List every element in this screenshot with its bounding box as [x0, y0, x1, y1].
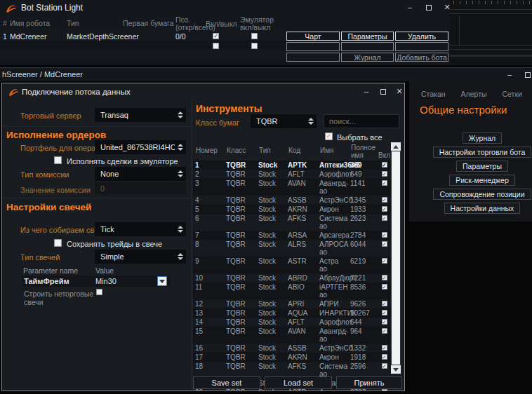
tab-Алерты[interactable]: Алерты [456, 88, 492, 100]
instrument-row[interactable]: 17TQBRStockAKRNАкрон1918 [193, 353, 391, 362]
maximize-icon[interactable] [378, 86, 389, 97]
instrument-row[interactable]: 15TQBRStockAVANАвангрд-ао964 [193, 327, 391, 344]
maximize-icon[interactable] [423, 2, 434, 13]
close-icon[interactable]: ✕ [441, 2, 453, 13]
emulator-trades-checkbox[interactable] [54, 156, 62, 164]
settings-button[interactable]: Журнал [463, 133, 502, 144]
cell-code: ARSA [286, 231, 317, 239]
scroll-down-icon[interactable] [391, 365, 401, 374]
instrument-enabled-checkbox[interactable] [382, 319, 387, 325]
tab-Стакан[interactable]: Стакан [416, 88, 451, 100]
accept-button[interactable]: Принять [336, 376, 402, 389]
maximize-icon[interactable] [522, 69, 532, 81]
instrument-enabled-checkbox[interactable] [382, 171, 387, 177]
candle-type-combobox[interactable]: Simple [95, 250, 186, 264]
spinner-icon[interactable] [175, 140, 186, 154]
instrument-enabled-checkbox[interactable] [382, 241, 387, 247]
table-row[interactable] [0, 41, 286, 50]
settings-button[interactable]: Риск-менеджер [449, 175, 515, 186]
tab-Сетки[interactable]: Сетки [498, 88, 527, 100]
cell-type: Stock [256, 257, 286, 265]
spinner-icon[interactable] [175, 167, 186, 181]
instrument-enabled-checkbox[interactable] [382, 363, 387, 369]
instrument-enabled-checkbox[interactable] [382, 275, 387, 280]
instrument-enabled-checkbox[interactable] [382, 310, 387, 315]
instrument-enabled-checkbox[interactable] [382, 206, 387, 212]
portfolio-combobox[interactable]: United_867538RI4HC [95, 140, 186, 154]
emulator-checkbox[interactable] [251, 33, 258, 39]
instrument-row[interactable]: 3TQBRStockAVANАвангрд-ао1141 [193, 179, 391, 196]
commission-type-combobox[interactable]: None [95, 167, 186, 181]
cell-num: 15 [193, 327, 224, 335]
chart-button[interactable]: Чарт [286, 32, 340, 41]
spinner-icon[interactable] [305, 114, 317, 128]
minimize-icon[interactable]: – [361, 86, 372, 97]
instrument-enabled-checkbox[interactable] [382, 197, 387, 203]
instrument-row[interactable]: 5TQBRStockAKRNАкрон1933 [193, 205, 391, 214]
settings-button[interactable]: Параметры [456, 161, 508, 172]
instrument-enabled-checkbox[interactable] [382, 180, 387, 186]
instrument-enabled-checkbox[interactable] [382, 232, 387, 238]
instrument-row[interactable]: 11TQBRStockABIOiАРТГЕН ао8536 [193, 283, 391, 299]
instrument-row[interactable]: 6TQBRStockAFKSСистема ао2623 [193, 214, 391, 231]
instrument-row[interactable]: 9TQBRStockASTRАстра ао6219 [193, 257, 391, 273]
add-bot-button[interactable]: Добавить бота [395, 53, 448, 62]
spinner-icon[interactable] [175, 250, 186, 264]
instrument-row[interactable]: 12TQBRStockAPRIАПРИ9626 [193, 299, 391, 308]
cell-full: 7221 [348, 274, 378, 282]
instrument-enabled-checkbox[interactable] [382, 258, 387, 264]
delete-button[interactable]: Удалить [395, 32, 448, 41]
instrument-enabled-checkbox[interactable] [382, 328, 387, 334]
instrument-enabled-checkbox[interactable] [382, 301, 387, 306]
enabled-checkbox[interactable] [213, 33, 219, 39]
enabled-checkbox[interactable] [213, 43, 219, 49]
table-scrollbar[interactable] [391, 142, 401, 374]
col-header-enabled: Вкл [378, 151, 390, 159]
save-set-button[interactable]: Save set [193, 376, 260, 389]
load-set-button[interactable]: Load set [265, 376, 332, 389]
settings-button[interactable]: Настройки данных [444, 203, 521, 214]
instrument-enabled-checkbox[interactable] [382, 284, 387, 290]
params-button[interactable]: Параметры [341, 32, 394, 41]
settings-button[interactable]: Настройки торговли бота [433, 147, 532, 158]
close-icon[interactable]: ✕ [394, 86, 405, 97]
dropdown-icon[interactable] [157, 276, 167, 286]
save-trades-checkbox[interactable] [54, 239, 62, 247]
scroll-up-icon[interactable] [391, 142, 401, 151]
non-trading-checkbox[interactable] [96, 289, 102, 295]
instrument-enabled-checkbox[interactable] [382, 345, 387, 351]
instrument-row[interactable]: 14TQBRStockAFLTАэрофлот644 [193, 318, 391, 327]
emulator-checkbox[interactable] [251, 43, 258, 49]
instrument-row[interactable]: 16TQBRStockASSBАстрЭнСб1332 [193, 344, 391, 353]
trade-server-combobox[interactable]: Transaq [95, 108, 186, 122]
instrument-enabled-checkbox[interactable] [382, 354, 387, 360]
minimize-icon[interactable]: – [404, 2, 415, 13]
instrument-row[interactable]: 4TQBRStockASSBАстрЭнСб1345 [193, 196, 391, 205]
instrument-row[interactable]: 7TQBRStockARSAАрсагера2784 [193, 231, 391, 240]
bot-station-titlebar[interactable]: Bot Station Light – ✕ [0, 0, 450, 15]
commission-value-input[interactable]: 0 [95, 182, 186, 195]
screener-window-titlebar[interactable]: hScreener / MdCreneer – [0, 67, 532, 81]
class-combobox[interactable]: TQBR [251, 114, 317, 128]
dialog-titlebar[interactable]: Подключение потока данных – ✕ [2, 83, 404, 100]
cell-pos: 0/0 [175, 32, 186, 41]
journal-button[interactable]: Журнал [341, 53, 394, 62]
scrollbar-thumb[interactable] [392, 151, 400, 365]
cell-code: AVAN [286, 327, 317, 335]
instrument-enabled-checkbox[interactable] [382, 215, 387, 221]
instrument-row[interactable]: 13TQBRStockAQUAИНАРКТИК10267 [193, 308, 391, 318]
instrument-enabled-checkbox[interactable] [382, 162, 387, 168]
candle-source-combobox[interactable]: Tick [95, 222, 186, 236]
instrument-row[interactable]: 10TQBRStockABRDАбрауДюрс7221 [193, 273, 391, 283]
settings-button[interactable]: Сопровождение позиции [433, 189, 531, 200]
instrument-row[interactable]: 2TQBRStockAFLTАэрофлот649 [193, 170, 391, 179]
instrument-row[interactable]: 1TQBRStockAPTKАптеки36и6389 [193, 161, 391, 170]
select-all-checkbox[interactable] [325, 133, 333, 140]
spinner-icon[interactable] [175, 108, 186, 122]
instrument-row[interactable]: 8TQBRStockALRSАЛРОСА ао6044 [193, 240, 391, 257]
spinner-icon[interactable] [175, 222, 186, 236]
non-trading-label2: свечи [24, 298, 44, 306]
minimize-icon[interactable]: – [504, 69, 515, 81]
instrument-enabled-checkbox[interactable] [382, 389, 387, 391]
search-input[interactable] [324, 114, 399, 128]
